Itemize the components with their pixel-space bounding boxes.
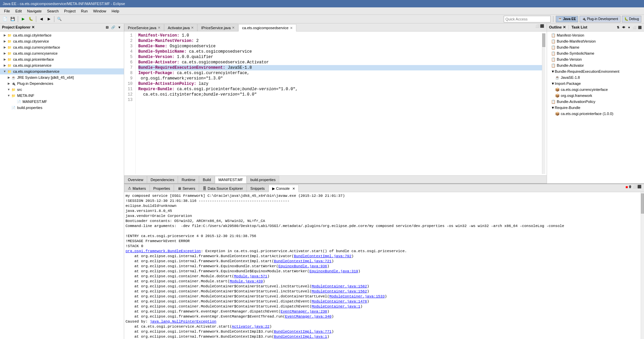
tab-ipriceservice[interactable]: IPriceService.java ✕	[197, 24, 238, 31]
tree-item-currencyservice[interactable]: ▶ 📁 ca.ets.osgi.currencyservice	[0, 50, 124, 56]
manifest-tab-overview[interactable]: Overview	[124, 176, 147, 183]
modulecontainer-1476-link[interactable]: ModuleContainer.java:1476	[312, 299, 367, 303]
console-stop-button[interactable]: ■	[626, 185, 628, 189]
equinoxbundle-936-link[interactable]: EquinoxBundle.java:936	[278, 264, 327, 268]
eventmanager-230-link[interactable]: EventManager.java:230	[281, 309, 327, 314]
editor-max-button[interactable]: ⬛	[540, 24, 544, 28]
modulecontainer-1533-link[interactable]: ModuleContainer.java:1533	[329, 294, 385, 298]
bundleex-link[interactable]: org.osgi.framework.BundleException	[126, 249, 201, 253]
perspective-java-ee[interactable]: ☕ Java EE	[556, 16, 578, 22]
expand-currencyservice[interactable]: ▶	[3, 52, 7, 55]
back-button[interactable]: ◀	[38, 15, 45, 23]
outline-tab[interactable]: Outline ✕	[549, 25, 569, 30]
outline-item-bundleactivator[interactable]: 📋 Bundle-Activator	[547, 62, 644, 68]
bundlecontextimpl3-771-link[interactable]: BundleContextImpl.java:771	[274, 330, 332, 334]
tab-composedservice[interactable]: ca.ets.osgicomposedservice ✕	[238, 24, 296, 32]
modulecontainer-1562-link[interactable]: ModuleContainer.java:1562	[312, 289, 367, 293]
outline-item-bundlesymbolicname[interactable]: 📋 Bundle-SymbolicName	[547, 50, 644, 56]
menu-project[interactable]: Project	[61, 8, 78, 14]
perspective-plugin-dev[interactable]: 🔌 Plug-in Development	[580, 16, 621, 22]
expand-requirebundle-icon[interactable]: ▼	[551, 106, 555, 110]
outline-item-bundleactivationpolicy[interactable]: 📋 Bundle-ActivationPolicy	[547, 99, 644, 105]
menu-window[interactable]: Window	[90, 8, 109, 14]
tab-activator-close[interactable]: ✕	[191, 26, 194, 30]
tree-item-cityservice[interactable]: ▶ 📁 ca.ets.osgi.cityservice	[0, 38, 124, 44]
equinoxbundle-319-link[interactable]: EquinoxBundle.java:319	[309, 269, 358, 273]
bundlecontextimpl-792-link[interactable]: BundleContextImpl.java:792	[294, 254, 352, 258]
expand-jre[interactable]: ▶	[7, 76, 11, 79]
tab-activator[interactable]: Activator.java ✕	[164, 24, 197, 31]
menu-run[interactable]: Run	[78, 8, 90, 14]
tab-ipriceservice-close[interactable]: ✕	[232, 26, 235, 30]
tab-composedservice-close[interactable]: ✕	[290, 26, 293, 30]
tab-priceservice-close[interactable]: ✕	[158, 26, 160, 30]
search-button[interactable]: 🔍	[56, 15, 63, 23]
manifest-tab-runtime[interactable]: Runtime	[178, 176, 199, 183]
outline-item-bundlename[interactable]: 📋 Bundle-Name	[547, 44, 644, 50]
editor-min-button[interactable]: ⬜	[535, 24, 539, 28]
tab-console[interactable]: ▶ Console ✕	[268, 185, 299, 192]
console-close[interactable]: ✕	[292, 187, 295, 190]
outline-item-bundleversion[interactable]: 📋 Bundle-Version	[547, 56, 644, 62]
tab-servers[interactable]: 🖥 Servers	[174, 184, 199, 192]
outline-sort-button[interactable]: ⇅	[616, 25, 621, 30]
tree-item-src[interactable]: ▼ 📁 src	[0, 87, 124, 93]
expand-metainf[interactable]: ▼	[7, 94, 11, 97]
quick-access-input[interactable]	[504, 16, 551, 22]
save-button[interactable]: 💾	[9, 15, 16, 23]
outline-item-currencyinterface[interactable]: 📦 ca.ets.osgi.currencyinterface	[547, 87, 644, 93]
activator-22-link[interactable]: Activator.java:22	[232, 325, 269, 329]
expand-cityservice[interactable]: ▶	[3, 40, 7, 43]
forward-button[interactable]: ▶	[45, 15, 53, 23]
outline-item-priceinterface100[interactable]: 📦 ca.ets.osgi.priceinterface (1.0.0)	[547, 111, 644, 117]
menu-navigate[interactable]: Navigate	[24, 8, 44, 14]
tree-item-jre[interactable]: ▶ ☕ JRE System Library [jdk8_45_x64]	[0, 74, 124, 80]
new-button[interactable]: 📄	[1, 15, 9, 23]
console-min-button[interactable]: ⬜	[633, 185, 637, 189]
outline-hide-button[interactable]: 👁	[621, 25, 626, 30]
tree-item-buildprops[interactable]: 📄 build.properties	[0, 105, 124, 111]
tree-item-priceservice[interactable]: ▶ 📁 ca.ets.osgi.priceservice	[0, 62, 124, 68]
module-571-link[interactable]: Module.java:571	[234, 274, 267, 278]
tab-datasource[interactable]: 🗄 Data Source Explorer	[199, 184, 247, 192]
expand-plugindeps[interactable]: ▶	[7, 82, 11, 85]
tab-priceservice[interactable]: PriceService.java ✕	[124, 24, 164, 31]
collapse-all-button[interactable]: ⊟	[104, 25, 110, 30]
tree-item-manifest[interactable]: 📄 MANIFEST.MF	[0, 99, 124, 105]
manifest-tab-build[interactable]: Build	[199, 176, 214, 183]
console-content[interactable]: my composed service [OSGi Framework] C:\…	[124, 192, 644, 339]
outline-item-importpackage[interactable]: ▼ Import-Package	[547, 80, 644, 87]
expand-currencyinterface[interactable]: ▶	[3, 46, 7, 49]
menu-help[interactable]: Help	[109, 8, 122, 14]
expand-bree-icon[interactable]: ▼	[551, 69, 555, 73]
manifest-tab-dependencies[interactable]: Dependencies	[147, 176, 178, 183]
console-scrollbar[interactable]	[641, 192, 644, 339]
tree-item-metainf[interactable]: ▼ 📁 META-INF	[0, 93, 124, 99]
menu-edit[interactable]: Edit	[13, 8, 24, 14]
module-439-link[interactable]: Module.java:439	[230, 279, 263, 283]
view-menu-button[interactable]: ▾	[116, 25, 122, 30]
modulecontainer-1-link[interactable]: ModuleContainer.java:1	[312, 304, 360, 308]
tab-properties[interactable]: Properties	[150, 184, 174, 192]
outline-item-javasee18[interactable]: ☕ JavaSE-1.8	[547, 74, 644, 80]
manifest-tab-buildprops[interactable]: build.properties	[247, 176, 279, 183]
outline-item-requirebundle[interactable]: ▼ Require-Bundle	[547, 105, 644, 111]
outline-item-bree[interactable]: ▼ Bundle-RequiredExecutionEnvironment	[547, 68, 644, 74]
perspective-debug[interactable]: 🐛 Debug	[622, 16, 641, 22]
outline-min-button[interactable]: ⬜	[632, 25, 637, 30]
outline-menu-button[interactable]: ▾	[627, 25, 631, 30]
tree-item-currencyinterface[interactable]: ▶ 📁 ca.ets.osgi.currencyinterface	[0, 44, 124, 50]
outline-item-manifestversion[interactable]: 📋 Manifest-Version	[547, 32, 644, 38]
editor-content[interactable]: 12345 678910 111213 Manifest-Version: 1.…	[124, 32, 547, 175]
console-clear-button[interactable]: 🗑	[629, 185, 632, 189]
menu-search[interactable]: Search	[44, 8, 61, 14]
bundlecontextimpl3-1-link[interactable]: BundleContextImpl.java:1	[274, 335, 327, 339]
debug-button[interactable]: 🐛	[27, 15, 35, 23]
tree-item-cityinterface[interactable]: ▶ 📁 ca.ets.osgi.cityinterface	[0, 32, 124, 38]
expand-importpackage-icon[interactable]: ▼	[551, 81, 555, 86]
outline-item-bundlemanifestversion[interactable]: 📋 Bundle-ManifestVersion	[547, 38, 644, 44]
menu-file[interactable]: File	[1, 8, 13, 14]
bundlecontextimpl-721-link[interactable]: BundleContextImpl.java:721	[274, 259, 332, 263]
outline-max-button[interactable]: ⬛	[637, 25, 642, 30]
link-with-editor-button[interactable]: 🔗	[110, 25, 116, 30]
